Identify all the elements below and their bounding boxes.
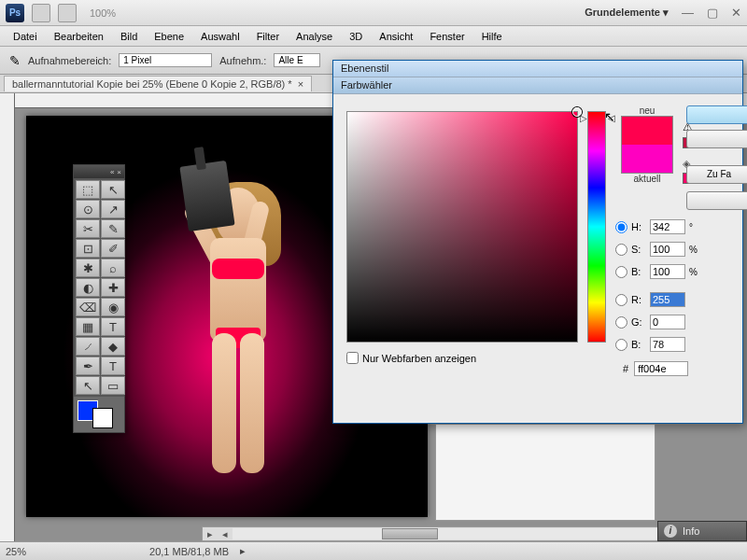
scroll-left-icon[interactable]: ▸: [203, 528, 218, 540]
menu-filter[interactable]: Filter: [249, 29, 287, 44]
minimize-button[interactable]: —: [682, 6, 694, 20]
hue-unit: °: [689, 222, 702, 232]
brush-tool[interactable]: ✐: [101, 239, 125, 258]
crop-tool[interactable]: ✂: [76, 219, 100, 238]
app-logo: Ps: [6, 4, 24, 22]
move-tool[interactable]: ↖: [101, 180, 125, 199]
saturation-field[interactable]: [346, 111, 578, 343]
lasso-tool[interactable]: ⊙: [76, 200, 100, 218]
sample-size-select[interactable]: 1 Pixel: [119, 53, 212, 67]
maximize-button[interactable]: ▢: [707, 6, 718, 20]
type-tool[interactable]: T: [101, 317, 125, 336]
add-swatch-button[interactable]: Zu Fa: [686, 165, 747, 184]
stamp-tool[interactable]: ✱: [76, 259, 100, 277]
libraries-button[interactable]: [686, 191, 747, 210]
red-radio[interactable]: [615, 294, 627, 306]
green-label: G:: [631, 316, 646, 328]
workspace-switcher[interactable]: Grundelemente ▾: [585, 7, 669, 19]
marquee-tool[interactable]: ⬚: [76, 180, 100, 199]
scroll-left2-icon[interactable]: ◂: [218, 528, 233, 540]
blue-radio[interactable]: [615, 339, 627, 351]
path-select-tool[interactable]: ⟋: [76, 337, 100, 356]
menu-3d[interactable]: 3D: [342, 29, 370, 44]
web-colors-only[interactable]: Nur Webfarben anzeigen: [346, 352, 476, 364]
ok-button[interactable]: [686, 105, 747, 124]
preview-panel: [435, 424, 655, 521]
bright-radio[interactable]: [615, 266, 627, 278]
toolbox-collapse-icon[interactable]: «: [110, 168, 114, 176]
menu-fenster[interactable]: Fenster: [422, 29, 472, 44]
sat-radio[interactable]: [615, 244, 627, 256]
cancel-button[interactable]: [686, 130, 747, 148]
shape-tool[interactable]: ◆: [101, 337, 125, 356]
hex-input[interactable]: [634, 361, 688, 376]
hand-tool[interactable]: ↖: [76, 376, 100, 395]
ruler-vertical[interactable]: [0, 93, 15, 541]
blue-label: B:: [631, 339, 646, 350]
bright-input[interactable]: [650, 264, 685, 279]
menu-analyse[interactable]: Analyse: [289, 29, 340, 44]
bridge-button[interactable]: [32, 4, 50, 22]
sat-unit: %: [689, 245, 702, 255]
eyedropper-icon[interactable]: ✎: [9, 53, 21, 68]
sample2-label: Aufnehm.:: [219, 55, 266, 66]
menu-ebene[interactable]: Ebene: [147, 29, 191, 44]
canvas-figure: [178, 188, 290, 477]
bright-unit: %: [689, 267, 702, 277]
hue-radio[interactable]: [615, 221, 627, 233]
web-colors-checkbox[interactable]: [346, 352, 359, 364]
heal-tool[interactable]: ⊡: [76, 239, 100, 258]
tab-close-icon[interactable]: ×: [298, 78, 303, 90]
green-input[interactable]: [650, 315, 685, 329]
statusbar: 25% 20,1 MB/81,8 MB ▸: [0, 541, 747, 560]
app-titlebar: Ps 100% Grundelemente ▾ — ▢ ✕: [0, 0, 747, 26]
close-button[interactable]: ✕: [731, 6, 741, 20]
hex-label: #: [623, 363, 628, 374]
blue-input[interactable]: [650, 337, 685, 352]
zoom-percent[interactable]: 100%: [90, 7, 116, 19]
menu-ansicht[interactable]: Ansicht: [372, 29, 420, 44]
wand-tool[interactable]: ↗: [101, 200, 125, 218]
dialog-title-colorpicker[interactable]: Farbwähler: [333, 77, 742, 94]
menubar: Datei Bearbeiten Bild Ebene Auswahl Filt…: [0, 26, 747, 47]
3d-camera-tool[interactable]: T: [101, 357, 125, 375]
eraser-tool[interactable]: ◐: [76, 278, 100, 297]
pen-tool[interactable]: ▦: [76, 317, 100, 336]
gradient-tool[interactable]: ✚: [101, 278, 125, 297]
hue-slider[interactable]: [587, 111, 606, 343]
zoom-tool[interactable]: ▭: [101, 376, 125, 395]
background-swatch[interactable]: [92, 408, 113, 428]
document-tab-title: ballermanntutorial Kopie bei 25% (Ebene …: [12, 78, 292, 90]
toolbox-close-icon[interactable]: ×: [117, 168, 121, 176]
status-chevron-icon[interactable]: ▸: [240, 545, 246, 557]
menu-hilfe[interactable]: Hilfe: [474, 29, 510, 44]
menu-bild[interactable]: Bild: [113, 29, 145, 44]
layout-button[interactable]: [58, 4, 77, 22]
toolbox: « × ⬚ ↖ ⊙ ↗ ✂ ✎ ⊡ ✐ ✱ ⌕ ◐ ✚ ⌫ ◉ ▦ T ⟋ ◆ …: [73, 164, 125, 433]
preview-old-swatch[interactable]: [622, 145, 672, 173]
eyedropper-tool[interactable]: ✎: [101, 219, 125, 238]
red-input[interactable]: [650, 292, 685, 307]
color-preview: neu aktuell: [621, 105, 673, 184]
dodge-tool[interactable]: ◉: [101, 298, 125, 316]
history-brush-tool[interactable]: ⌕: [101, 259, 125, 277]
sample-label: Aufnahmebereich:: [28, 55, 111, 66]
hue-arrow-left-icon: ▷: [580, 113, 587, 123]
menu-auswahl[interactable]: Auswahl: [193, 29, 247, 44]
sample-from-select[interactable]: Alle E: [274, 53, 320, 67]
status-zoom[interactable]: 25%: [6, 546, 26, 557]
info-panel[interactable]: i Info: [657, 521, 747, 541]
sat-label: S:: [631, 244, 646, 255]
menu-datei[interactable]: Datei: [6, 29, 45, 44]
color-swatches: [74, 397, 124, 432]
3d-tool[interactable]: ✒: [76, 357, 100, 375]
toolbox-header[interactable]: « ×: [74, 165, 124, 178]
sat-input[interactable]: [650, 242, 685, 257]
green-radio[interactable]: [615, 316, 627, 329]
document-tab[interactable]: ballermanntutorial Kopie bei 25% (Ebene …: [4, 76, 312, 91]
preview-new-swatch[interactable]: [622, 117, 672, 145]
dialog-title-layerstyle[interactable]: Ebenenstil: [333, 61, 742, 77]
hue-input[interactable]: [650, 219, 685, 234]
menu-bearbeiten[interactable]: Bearbeiten: [47, 29, 111, 44]
blur-tool[interactable]: ⌫: [76, 298, 100, 316]
